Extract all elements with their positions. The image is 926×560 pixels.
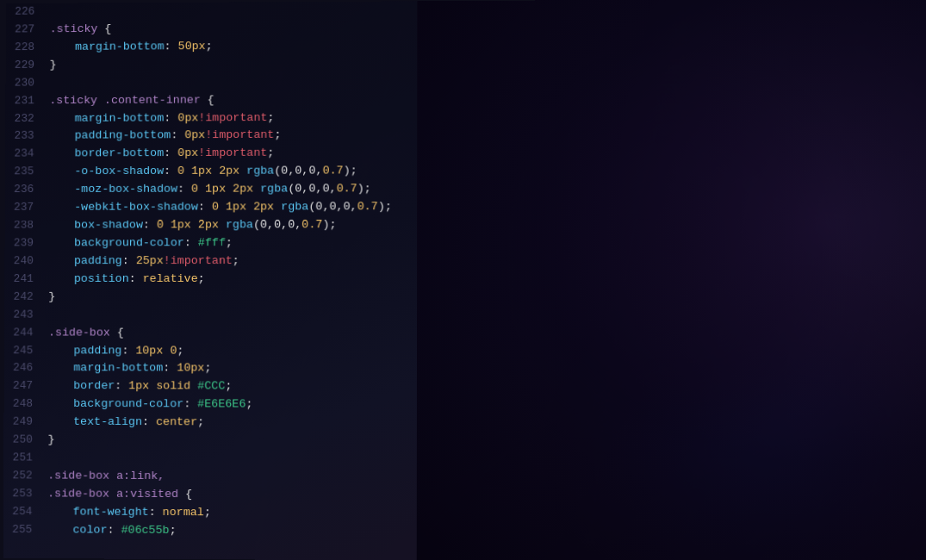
line-number: 253 (3, 485, 47, 502)
line-content (48, 306, 926, 325)
line-content: background-color: #fff; (49, 234, 926, 253)
line-number: 244 (4, 324, 48, 341)
code-line: 241 position: relative; (4, 271, 926, 289)
line-content: -moz-box-shadow: 0 1px 2px rgba(0,0,0,0.… (49, 179, 926, 199)
line-number: 236 (5, 181, 49, 198)
line-number: 230 (5, 74, 49, 91)
code-line: 233 padding-bottom: 0px!important; (5, 125, 926, 146)
code-line: 242 } (4, 289, 926, 307)
line-number: 243 (4, 306, 48, 323)
line-content: padding: 10px 0; (48, 342, 926, 361)
line-content: -o-box-shadow: 0 1px 2px rgba(0,0,0,0.7)… (49, 161, 926, 181)
line-number: 239 (4, 234, 48, 252)
line-number: 245 (4, 342, 48, 359)
line-content: background-color: #E6E6E6; (48, 395, 926, 416)
line-number: 255 (3, 521, 47, 538)
line-number: 249 (3, 414, 47, 431)
code-line: 243 (4, 306, 926, 325)
line-content: color: #06c55b; (47, 521, 926, 544)
line-number: 238 (5, 217, 49, 234)
line-content: padding-bottom: 0px!important; (49, 125, 926, 146)
code-line: 248 background-color: #E6E6E6; (4, 395, 926, 416)
line-content: border: 1px solid #CCC; (48, 377, 926, 397)
code-line: 240 padding: 25px!important; (4, 252, 926, 271)
code-line: 245 padding: 10px 0; (4, 342, 926, 362)
line-number: 252 (3, 467, 47, 484)
code-line: 247 border: 1px solid #CCC; (4, 377, 926, 397)
line-number: 233 (5, 128, 49, 145)
line-number: 247 (4, 377, 48, 395)
code-line: 235 -o-box-shadow: 0 1px 2px rgba(0,0,0,… (5, 161, 926, 181)
code-editor-screen: 226 227 .sticky { 228 margin-bottom: 50p… (3, 0, 926, 560)
line-number: 241 (4, 271, 48, 288)
line-number: 229 (6, 57, 50, 74)
code-line: 244 .side-box { (4, 324, 926, 343)
line-number: 232 (5, 110, 49, 128)
line-content: } (48, 289, 926, 307)
line-number: 254 (3, 503, 47, 520)
line-number: 237 (5, 199, 49, 216)
line-number: 240 (4, 252, 48, 270)
line-number: 231 (5, 92, 49, 109)
line-content: margin-bottom: 10px; (48, 360, 926, 380)
line-number: 235 (5, 164, 49, 181)
line-number: 242 (4, 289, 48, 306)
code-content: 226 227 .sticky { 228 margin-bottom: 50p… (3, 0, 926, 560)
line-number: 227 (6, 21, 50, 38)
line-number: 226 (6, 3, 50, 21)
line-content: .side-box { (48, 324, 926, 343)
code-line: 255 color: #06c55b; (3, 521, 926, 544)
code-line: 234 border-bottom: 0px!important; (5, 143, 926, 164)
code-line: 246 margin-bottom: 10px; (4, 360, 926, 380)
code-line: 236 -moz-box-shadow: 0 1px 2px rgba(0,0,… (5, 179, 926, 199)
code-line: 238 box-shadow: 0 1px 2px rgba(0,0,0,0.7… (5, 215, 926, 234)
line-number: 228 (6, 39, 50, 56)
line-number: 248 (4, 395, 48, 413)
line-content: border-bottom: 0px!important; (49, 143, 926, 163)
line-number: 250 (3, 432, 47, 449)
line-number: 246 (4, 360, 48, 377)
code-line: 237 -webkit-box-shadow: 0 1px 2px rgba(0… (5, 197, 926, 216)
line-content: box-shadow: 0 1px 2px rgba(0,0,0,0.7); (49, 215, 926, 234)
line-content: padding: 25px!important; (48, 252, 926, 271)
line-content: -webkit-box-shadow: 0 1px 2px rgba(0,0,0… (49, 197, 926, 216)
line-content: position: relative; (48, 271, 926, 289)
line-number: 234 (5, 146, 49, 163)
code-line: 239 background-color: #fff; (4, 234, 926, 253)
line-number: 251 (3, 450, 47, 467)
